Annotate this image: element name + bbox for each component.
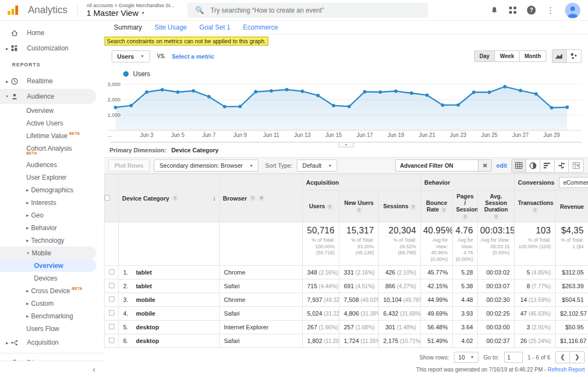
data-point[interactable] <box>425 94 429 97</box>
help-bubble-icon[interactable]: ? <box>327 204 333 210</box>
chevron-right-icon[interactable]: ▶ <box>4 341 10 345</box>
data-point[interactable] <box>394 89 397 93</box>
column-revenue[interactable]: Revenue <box>556 191 588 222</box>
apps-grid-icon[interactable] <box>509 7 516 14</box>
chevron-right-icon[interactable]: ▶ <box>4 47 10 50</box>
data-point[interactable] <box>254 90 257 93</box>
help-icon[interactable]: ? <box>527 5 536 15</box>
sidebar-item-interests[interactable]: ▶Interests <box>0 196 104 209</box>
chevron-down-icon[interactable]: ▼ <box>4 95 10 98</box>
line-chart-icon[interactable] <box>552 50 567 62</box>
data-point[interactable] <box>301 90 304 93</box>
sort-type-dropdown[interactable]: Default▼ <box>297 159 337 172</box>
sidebar-item-mobile[interactable]: ▼Mobile <box>0 247 96 259</box>
help-bubble-icon[interactable]: ? <box>250 195 256 201</box>
sidebar-item-benchmarking[interactable]: ▶Benchmarking <box>0 310 104 322</box>
help-bubble-icon[interactable]: ? <box>441 207 447 213</box>
data-point[interactable] <box>379 90 382 94</box>
percentage-view-icon[interactable] <box>526 159 540 172</box>
data-point[interactable] <box>488 90 491 94</box>
help-bubble-icon[interactable]: ? <box>356 207 362 213</box>
sidebar-item-devices[interactable]: Devices <box>0 272 104 284</box>
column-device-category[interactable]: Device Category <box>122 195 169 202</box>
data-point[interactable] <box>566 106 569 109</box>
tab-goal-set-1[interactable]: Goal Set 1 <box>199 24 230 31</box>
select-all-checkbox[interactable] <box>105 195 110 201</box>
sort-descending-icon[interactable]: ↓ <box>212 195 216 202</box>
help-bubble-icon[interactable]: ? <box>410 204 416 210</box>
sidebar-item-lifetime-value[interactable]: Lifetime ValueBETA <box>0 129 104 142</box>
sidebar-item-active-users[interactable]: Active Users <box>0 117 104 129</box>
sidebar-item-audience[interactable]: ▼Audience <box>0 89 96 104</box>
row-checkbox[interactable] <box>109 283 114 288</box>
data-point[interactable] <box>519 89 522 92</box>
week-button[interactable]: Week <box>495 51 520 61</box>
data-point[interactable] <box>176 90 180 94</box>
prev-page-button[interactable]: ❮ <box>556 352 570 363</box>
sidebar-item-overview[interactable]: Overview <box>0 104 104 117</box>
motion-chart-icon[interactable] <box>567 50 581 62</box>
column-new-users[interactable]: New Users ? <box>339 191 379 222</box>
remove-dimension-icon[interactable]: ✕ <box>258 195 264 201</box>
sidebar-item-custom[interactable]: ▶Custom <box>0 297 104 310</box>
data-point[interactable] <box>160 88 164 92</box>
sidebar-collapse-button[interactable]: ‹ <box>0 361 104 377</box>
sidebar-item-cross-device[interactable]: ▶Cross DeviceBETA <box>0 284 104 297</box>
primary-dimension-device-category[interactable]: Device Category <box>171 147 218 153</box>
row-checkbox[interactable] <box>109 338 114 343</box>
tab-site-usage[interactable]: Site Usage <box>154 24 187 31</box>
data-point[interactable] <box>348 105 351 108</box>
help-bubble-icon[interactable]: ? <box>493 214 499 220</box>
column-browser[interactable]: Browser <box>223 195 247 202</box>
sidebar-item-behavior[interactable]: ▶Behavior <box>0 221 104 234</box>
data-point[interactable] <box>503 85 506 88</box>
sidebar-item-geo[interactable]: ▶Geo <box>0 209 104 221</box>
sidebar-item-overview[interactable]: Overview <box>0 259 96 272</box>
conversions-goal-dropdown[interactable]: eCommerce▼ <box>559 177 588 188</box>
column-pages-session[interactable]: Pages / Session ? <box>453 191 478 222</box>
goto-page-input[interactable] <box>504 352 523 363</box>
search-input[interactable] <box>211 7 421 14</box>
data-point[interactable] <box>332 104 335 107</box>
data-point[interactable] <box>410 92 413 95</box>
data-point[interactable] <box>223 105 226 108</box>
data-point[interactable] <box>129 104 132 107</box>
data-point[interactable] <box>363 90 366 93</box>
metric-dropdown[interactable]: Users▼ <box>112 50 150 62</box>
data-point[interactable] <box>457 103 460 106</box>
sidebar-item-users-flow[interactable]: Users Flow <box>0 322 104 335</box>
data-point[interactable] <box>441 104 444 107</box>
chevron-right-icon[interactable]: ▶ <box>4 79 10 83</box>
avatar[interactable] <box>565 3 580 18</box>
clear-filter-icon[interactable]: ✕ <box>479 159 492 172</box>
refresh-report-link[interactable]: Refresh Report <box>547 367 585 373</box>
performance-view-icon[interactable] <box>540 159 555 172</box>
sidebar-item-audiences[interactable]: Audiences <box>0 158 104 171</box>
help-bubble-icon[interactable]: ? <box>172 195 178 201</box>
row-checkbox[interactable] <box>109 269 114 275</box>
data-point[interactable] <box>550 106 553 109</box>
column-session-duration[interactable]: Avg. Session Duration ? <box>478 191 515 222</box>
row-checkbox[interactable] <box>109 310 114 316</box>
sidebar-item-acquisition[interactable]: ▶Acquisition <box>0 335 104 350</box>
sidebar-item-realtime[interactable]: ▶Realtime <box>0 73 104 89</box>
row-checkbox[interactable] <box>109 296 114 302</box>
edit-filter-link[interactable]: edit <box>496 162 507 169</box>
day-button[interactable]: Day <box>475 51 495 61</box>
secondary-dimension-dropdown[interactable]: Secondary dimension: Browser▼ <box>154 159 258 172</box>
annotation-toggle[interactable]: ▼ <box>338 142 354 147</box>
view-name[interactable]: 1 Master View <box>87 8 139 18</box>
data-point[interactable] <box>145 90 148 94</box>
search-bar[interactable]: 🔍 <box>187 3 428 18</box>
sidebar-item-user-explorer[interactable]: User Explorer <box>0 171 104 184</box>
data-point[interactable] <box>316 94 320 97</box>
tab-ecommerce[interactable]: Ecommerce <box>243 24 278 31</box>
sidebar-item-home[interactable]: Home <box>0 25 104 41</box>
show-rows-select[interactable]: 10▼ <box>454 352 479 363</box>
row-checkbox[interactable] <box>109 324 114 329</box>
sidebar-item-demographics[interactable]: ▶Demographics <box>0 184 104 196</box>
sidebar-item-cohort-analysis[interactable]: Cohort AnalysisBETA <box>0 142 104 158</box>
data-point[interactable] <box>238 105 241 108</box>
data-point[interactable] <box>269 89 273 93</box>
sidebar-item-technology[interactable]: ▶Technology <box>0 234 104 247</box>
